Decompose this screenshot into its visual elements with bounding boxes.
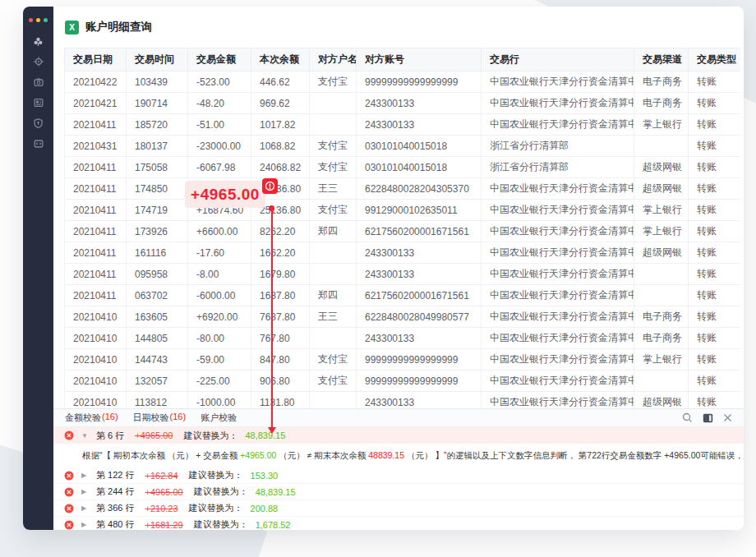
tab-label: 金额校验 [65,412,101,424]
table-row[interactable]: 20210411161116-17.601662.20243300133中国农业… [65,242,741,264]
error-row-366[interactable]: ▶ 第 366 行 +210.23 建议替换为： 200.88 [53,500,744,517]
error-row-label: 第 480 行 [96,518,134,530]
minimize-dot[interactable] [36,18,40,22]
cell-channel [634,136,689,157]
error-row-6[interactable]: ▼ 第 6 行 +4965.00 建议替换为： 48,839.15 [53,427,744,444]
error-new-value: 48,839.15 [256,487,296,497]
search-icon[interactable] [682,412,693,423]
excel-file-icon: X [65,21,79,35]
cell-party-account: 243300133 [357,328,482,349]
cell-time: 161116 [127,242,188,264]
cell-amount: -523.00 [188,71,251,93]
cell-time: 103439 [127,71,188,93]
cell-type: 转账 [689,371,741,392]
cell-balance: 969.62 [251,93,310,114]
table-row[interactable]: 20210411174850+4965.0030136.80王三62284800… [65,178,741,200]
settings-gear-icon[interactable] [33,56,44,67]
cell-party-name: 支付宝 [310,157,357,178]
cell-bank: 中国农业银行天津分行资金清算中心 [482,93,634,114]
cell-date: 20210410 [65,328,127,349]
cell-channel: 电子商务 [634,328,689,349]
error-row-244[interactable]: ▶ 第 244 行 +4965.00 建议替换为： 48,839.15 [53,484,744,500]
expand-caret-icon[interactable]: ▶ [81,488,89,495]
cell-party-name [310,264,357,285]
table-row[interactable]: 20210411185720-51.001017.82243300133中国农业… [65,114,741,136]
cell-channel [634,264,689,285]
cell-channel: 掌上银行 [634,349,689,371]
cell-amount: -23000.00 [188,136,251,157]
error-old-value: +4965.00 [145,487,182,497]
error-row-122[interactable]: ▶ 第 122 行 +162.84 建议替换为： 153.30 [53,467,744,484]
camera-icon[interactable] [33,76,44,88]
cell-bank: 中国农业银行天津分行资金清算中心 [482,242,634,264]
table-row[interactable]: 20210410163605+6920.007687.80王三622848002… [65,306,741,328]
cell-time: 190714 [127,93,188,114]
panel-toggle-icon[interactable] [703,413,713,423]
cell-date: 20210431 [65,136,127,157]
cell-channel: 掌上银行 [634,200,689,221]
close-dot[interactable] [29,18,33,22]
annotation-arrowhead-icon [268,427,276,434]
tab-account-check[interactable]: 账户校验 [201,412,237,424]
cell-time: 175058 [127,157,188,178]
table-row[interactable]: 20210410144743-59.00847.80支付宝99999999999… [65,349,741,371]
error-old-value: +4965.00 [135,430,173,440]
table-row[interactable]: 20210411173926+6600.008262.20郑四621756020… [65,221,741,242]
error-row-label: 第 6 行 [96,430,124,442]
cell-party-account: 99129000102635011 [357,200,482,221]
table-row[interactable]: 20210410144805-80.00767.80243300133中国农业银… [65,328,741,349]
tab-amount-check[interactable]: 金额校验 (16) [65,412,118,424]
cell-bank: 中国农业银行天津分行资金清算中心 [482,371,634,392]
zoom-dot[interactable] [44,18,48,22]
error-circle-icon [64,520,74,530]
cell-date: 20210411 [65,157,127,178]
table-row[interactable]: 20210422103439-523.00446.62支付宝9999999999… [65,71,741,93]
cell-amount: -17.60 [188,242,251,264]
expand-caret-icon[interactable]: ▶ [81,504,89,512]
expand-caret-icon[interactable]: ▶ [81,521,89,528]
table-row[interactable]: 20210421190714-48.20969.62243300133中国农业银… [65,93,741,114]
error-row-label: 第 366 行 [96,502,134,514]
cell-amount: -51.00 [188,114,251,136]
shield-icon[interactable] [33,117,44,129]
expand-caret-icon[interactable]: ▶ [81,472,89,479]
highlighted-amount-popup[interactable]: +4965.00 [185,181,265,208]
collapse-caret-icon[interactable]: ▼ [81,432,89,440]
book-icon[interactable] [33,97,44,108]
cell-amount: -6000.00 [188,285,251,306]
table-row[interactable]: 20210411174719+16874.6025136.80支付宝991290… [65,200,741,221]
table-row[interactable]: 20210411063702-6000.001687.80郑四621756020… [65,285,741,306]
cell-party-name: 支付宝 [310,200,357,221]
cell-party-name: 支付宝 [310,136,357,157]
error-circle-icon [64,430,74,440]
column-header-bank: 交易行 [482,48,634,71]
cell-party-account: 243300133 [357,264,482,285]
exclamation-circle-icon[interactable] [262,178,278,194]
cell-channel: 掌上银行 [634,221,689,242]
table-row[interactable]: 20210411095958-8.001679.80243300133中国农业银… [65,264,741,285]
cell-date: 20210421 [65,93,127,114]
app-logo-icon[interactable] [33,35,44,47]
cell-date: 20210411 [65,242,127,264]
close-icon[interactable] [723,413,732,422]
cell-time: 174850 [127,178,188,200]
cell-bank: 中国农业银行天津分行资金清算中心 [482,349,634,371]
error-row-480[interactable]: ▶ 第 480 行 +1681.29 建议替换为： 1,678.52 [53,517,744,530]
sidebar [23,7,53,530]
cell-date: 20210411 [65,200,127,221]
column-header-date: 交易日期 [65,48,127,71]
cell-balance: 767.80 [251,328,310,349]
window-traffic-lights[interactable] [29,18,48,22]
cell-balance: 1017.82 [251,114,310,136]
table-row[interactable]: 20210411175058-6067.9824068.82支付宝0301010… [65,157,741,178]
error-new-value: 48,839.15 [245,430,285,440]
cell-date: 20210410 [65,349,127,371]
tab-date-check[interactable]: 日期校验 (16) [133,412,187,424]
table-row[interactable]: 20210431180137-23000.001068.82支付宝0301010… [65,136,741,157]
column-header-balance: 本次余额 [251,48,310,71]
error-circle-icon [64,504,74,513]
storage-icon[interactable] [33,138,44,150]
error-old-value: +210.23 [145,504,177,513]
table-row[interactable]: 20210410132057-225.00906.80支付宝9999999999… [65,371,741,392]
cell-balance: 906.80 [251,371,310,392]
